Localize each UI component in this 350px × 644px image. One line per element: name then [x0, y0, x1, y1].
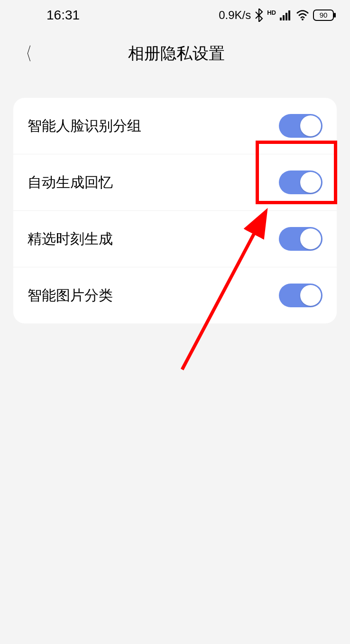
setting-face-recognition[interactable]: 智能人脸识别分组: [13, 98, 337, 154]
toggle-face-recognition[interactable]: [279, 114, 322, 138]
toggle-featured-moments[interactable]: [279, 227, 322, 251]
toggle-smart-classification[interactable]: [279, 284, 322, 307]
setting-label: 自动生成回忆: [28, 173, 113, 192]
status-bar: 16:31 0.9K/s HD 90: [0, 0, 350, 28]
svg-rect-3: [288, 10, 290, 20]
svg-rect-1: [283, 15, 285, 20]
svg-rect-2: [286, 13, 287, 20]
status-right: 0.9K/s HD 90: [219, 9, 337, 22]
setting-label: 精选时刻生成: [28, 229, 113, 249]
setting-smart-classification[interactable]: 智能图片分类: [13, 267, 337, 323]
svg-point-4: [302, 19, 304, 20]
toggle-auto-memories[interactable]: [279, 170, 322, 194]
setting-auto-memories[interactable]: 自动生成回忆: [13, 154, 337, 211]
back-button[interactable]: 〈: [19, 45, 32, 63]
setting-featured-moments[interactable]: 精选时刻生成: [13, 211, 337, 267]
signal-icon: [280, 10, 292, 20]
setting-label: 智能图片分类: [28, 286, 113, 305]
settings-card: 智能人脸识别分组 自动生成回忆 精选时刻生成 智能图片分类: [13, 98, 337, 323]
wifi-icon: [296, 10, 309, 20]
svg-rect-6: [334, 13, 336, 18]
svg-text:90: 90: [320, 11, 328, 19]
page-title: 相册隐私设置: [17, 43, 336, 65]
status-time: 16:31: [46, 8, 80, 23]
setting-label: 智能人脸识别分组: [28, 116, 141, 136]
bluetooth-icon: [255, 9, 263, 22]
network-speed: 0.9K/s: [219, 9, 251, 22]
header: 〈 相册隐私设置: [0, 28, 350, 79]
battery-icon: 90: [313, 9, 337, 21]
hd-label: HD: [267, 9, 276, 16]
svg-rect-0: [280, 18, 282, 20]
